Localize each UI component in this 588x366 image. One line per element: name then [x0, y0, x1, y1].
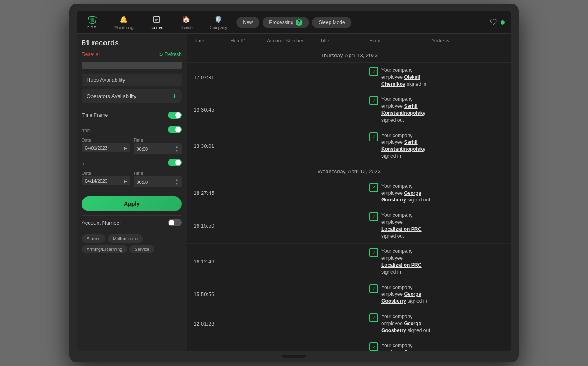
to-time-up[interactable]: ▲: [175, 179, 178, 182]
nav-monitoring-label: Monitoring: [114, 25, 134, 30]
from-date-col: Date 04/01/2023 ▶: [82, 138, 130, 154]
to-time-input[interactable]: 00:00 ▲ ▼: [134, 176, 182, 187]
row-event: ↗ Your company employee Localization PRO…: [369, 212, 431, 239]
event-icon: ↗: [369, 342, 378, 351]
time-frame-toggle[interactable]: [168, 112, 182, 119]
row-time: 17:07:31: [194, 74, 230, 80]
nav-journal[interactable]: Journal: [147, 13, 167, 31]
nav-monitoring[interactable]: 🔔 Monitoring: [111, 13, 137, 31]
row-event: ↗ Your company employee George Goosberry…: [369, 183, 431, 203]
nav-center-buttons: New Processing 7 Sleep Mode: [236, 17, 351, 28]
sidebar-controls: Reset all ↻ Refresh: [82, 51, 182, 57]
reset-all-button[interactable]: Reset all: [82, 51, 101, 57]
filter-tag-service[interactable]: Service: [129, 245, 154, 253]
nav-left: PRO 🔔 Monitoring Journal 🏠: [83, 13, 230, 31]
th-event: Event: [369, 38, 431, 44]
event-text: Your company employee George Goosberry s…: [381, 342, 431, 351]
table-row: 15:50:56 ↗ Your company employee George …: [187, 280, 511, 309]
table-row: 12:01:23 ↗ Your company employee George …: [187, 309, 511, 338]
app-window: PRO 🔔 Monitoring Journal 🏠: [77, 11, 511, 351]
th-address: Address: [431, 38, 505, 44]
processing-label: Processing: [269, 20, 293, 25]
event-icon: ↗: [369, 313, 378, 322]
to-time-down[interactable]: ▼: [175, 182, 178, 185]
refresh-label: Refresh: [165, 51, 182, 57]
company-icon: 🛡️: [214, 15, 223, 24]
operators-availability-label: Operators Availability: [87, 93, 136, 99]
status-dot: [501, 20, 505, 25]
logo-icon: [87, 16, 98, 24]
account-number-row: Account Number: [82, 215, 182, 230]
to-date-label: Date: [82, 171, 130, 176]
new-button[interactable]: New: [236, 17, 259, 28]
filter-tag-malfunctions[interactable]: Malfunctions: [108, 234, 143, 243]
table-row: 13:30:45 ↗ Your company employee Serhii …: [187, 92, 511, 128]
to-date-input[interactable]: 04/14/2023 ▶: [82, 176, 130, 185]
table-row: 13:30:01 ↗ Your company employee Serhii …: [187, 128, 511, 164]
svg-rect-0: [154, 16, 159, 23]
table-row: 16:15:50 ↗ Your company employee Localiz…: [187, 208, 511, 244]
date-separator-wed: Wednesday, April 12, 2023: [187, 164, 511, 179]
processing-button[interactable]: Processing 7: [263, 17, 309, 28]
row-time: 18:27:45: [194, 190, 230, 196]
date-separator-thu: Thursday, April 13, 2023: [187, 48, 511, 63]
from-time-spinners: ▲ ▼: [175, 145, 178, 152]
from-date-input[interactable]: 04/01/2023 ▶: [82, 143, 130, 152]
apply-button[interactable]: Apply: [82, 196, 182, 211]
row-event: ↗ Your company employee George Goosberry…: [369, 313, 431, 334]
from-time-up[interactable]: ▲: [175, 145, 178, 149]
from-label: from: [82, 128, 91, 133]
from-date-time-row: Date 04/01/2023 ▶ Time 00:00: [82, 138, 182, 154]
from-time-down[interactable]: ▼: [175, 149, 178, 152]
hubs-availability-section[interactable]: Hubs Availability: [82, 74, 182, 86]
to-toggle[interactable]: [168, 159, 182, 166]
account-number-toggle[interactable]: [168, 219, 182, 226]
nav-objects-label: Objects: [180, 25, 194, 30]
event-icon: ↗: [369, 132, 378, 141]
download-icon: ⬇: [172, 93, 177, 99]
sleep-mode-button[interactable]: Sleep Mode: [312, 17, 352, 28]
event-text: Your company employee Serhii Konstantino…: [381, 96, 431, 123]
th-account: Account Number: [267, 38, 320, 44]
filter-tag-arming[interactable]: Arming/Disarming: [82, 245, 127, 253]
row-time: 16:15:50: [194, 223, 230, 229]
to-toggle-row: to: [82, 156, 182, 169]
filter-tag-alarms[interactable]: Alarms: [82, 234, 105, 243]
logo[interactable]: PRO: [83, 14, 101, 31]
row-event: ↗ Your company employee George Goosberry…: [369, 284, 431, 305]
row-event: ↗ Your company employee Localization PRO…: [369, 248, 431, 275]
event-text: Your company employee Localization PRO s…: [381, 248, 431, 275]
nav-right: 🛡: [490, 18, 505, 27]
from-time-label: Time: [134, 138, 182, 143]
nav-company-label: Company: [209, 25, 227, 30]
to-time-value: 00:00: [137, 180, 148, 185]
row-time: 15:50:56: [194, 291, 230, 297]
row-time: 13:30:45: [194, 107, 230, 113]
row-time: 13:30:01: [194, 143, 230, 149]
laptop-bottom: [77, 351, 511, 362]
to-date-value: 04/14/2023: [85, 179, 107, 183]
event-text: Your company employee George Goosberry s…: [381, 183, 431, 203]
refresh-button[interactable]: ↻ Refresh: [159, 51, 182, 57]
row-time: 16:12:46: [194, 259, 230, 265]
filter-tags: Alarms Malfunctions Arming/Disarming Ser…: [82, 234, 182, 253]
sidebar: 61 records Reset all ↻ Refresh Hubs Avai…: [77, 34, 187, 351]
monitoring-icon: 🔔: [119, 15, 128, 24]
operators-availability-section[interactable]: Operators Availability ⬇: [82, 89, 182, 103]
row-time: 11:48:04: [194, 350, 230, 351]
journal-content: Time Hub ID Account Number Title Event A…: [187, 34, 511, 351]
laptop-notch: [282, 355, 306, 358]
to-label: to: [82, 161, 85, 166]
top-nav: PRO 🔔 Monitoring Journal 🏠: [77, 11, 511, 34]
time-frame-label: Time Frame: [82, 112, 108, 118]
logo-text: PRO: [87, 25, 97, 29]
spacer: [82, 106, 182, 109]
from-toggle[interactable]: [168, 126, 182, 133]
from-time-input[interactable]: 00:00 ▲ ▼: [134, 143, 182, 154]
nav-journal-label: Journal: [150, 25, 163, 30]
time-frame-section: Time Frame from Date 04: [82, 109, 182, 187]
nav-company[interactable]: 🛡️ Company: [206, 13, 230, 31]
event-text: Your company employee Localization PRO s…: [381, 212, 431, 239]
nav-objects[interactable]: 🏠 Objects: [176, 13, 197, 31]
event-text: Your company employee George Goosberry s…: [381, 313, 431, 334]
